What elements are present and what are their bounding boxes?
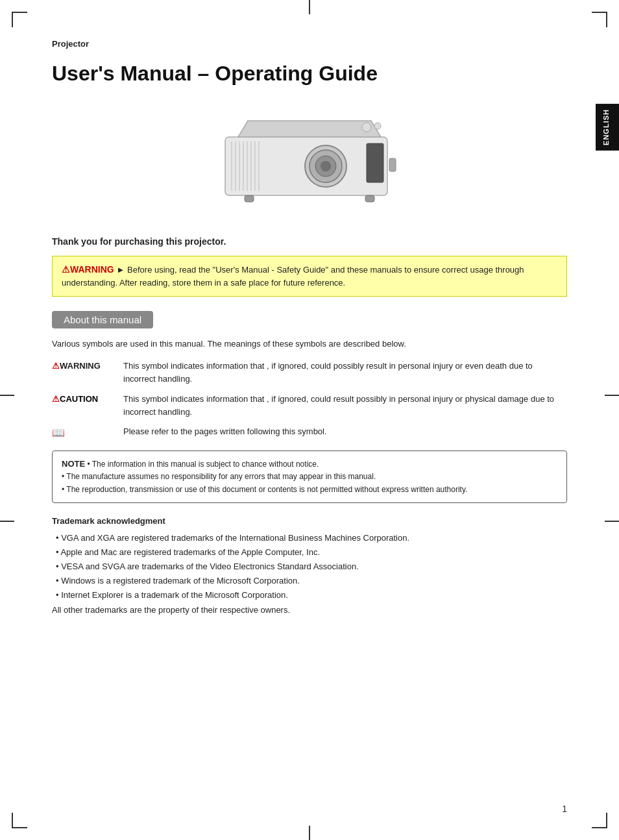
tick-right-lower bbox=[605, 521, 619, 522]
tick-left-lower bbox=[0, 521, 14, 522]
page: ENGLISH 1 Projector User's Manual – Oper… bbox=[0, 0, 619, 840]
intro-text: Various symbols are used in this manual.… bbox=[52, 338, 567, 351]
warning-sym-triangle-icon: ⚠ bbox=[52, 361, 60, 371]
svg-rect-18 bbox=[365, 195, 374, 202]
note-line-2: • The manufacture assumes no responsibil… bbox=[62, 472, 376, 481]
book-symbol-row: 📖 Please refer to the pages written foll… bbox=[52, 425, 567, 441]
trademark-section: Trademark acknowledgment • VGA and XGA a… bbox=[52, 516, 567, 615]
trademark-footer: All other trademarks are the property of… bbox=[52, 605, 567, 615]
svg-point-15 bbox=[362, 123, 371, 132]
warning-triangle-icon: ⚠ bbox=[62, 264, 70, 275]
projector-image bbox=[52, 101, 567, 218]
tick-right-mid bbox=[605, 395, 619, 396]
english-tab: ENGLISH bbox=[596, 104, 619, 151]
tick-left-mid bbox=[0, 395, 14, 396]
caution-symbol-desc: This symbol indicates information that ,… bbox=[123, 393, 567, 419]
note-line-1: • The information in this manual is subj… bbox=[87, 460, 319, 469]
svg-rect-19 bbox=[389, 158, 396, 171]
warning-symbol-desc: This symbol indicates information that ,… bbox=[123, 360, 567, 386]
warning-text: Before using, read the "User's Manual - … bbox=[62, 265, 524, 288]
book-symbol-text: Please refer to the pages written follow… bbox=[123, 425, 327, 438]
caution-symbol-row: ⚠CAUTION This symbol indicates informati… bbox=[52, 393, 567, 419]
thank-you-text: Thank you for purchasing this projector. bbox=[52, 236, 567, 247]
note-title: NOTE bbox=[62, 459, 85, 469]
svg-point-13 bbox=[321, 161, 331, 171]
doc-label: Projector bbox=[52, 39, 567, 49]
svg-point-16 bbox=[374, 123, 381, 129]
svg-marker-1 bbox=[238, 121, 381, 137]
tick-bottom bbox=[309, 826, 310, 840]
book-icon: 📖 bbox=[52, 425, 123, 441]
warning-box: ⚠WARNING ► Before using, read the "User'… bbox=[52, 256, 567, 297]
note-box: NOTE • The information in this manual is… bbox=[52, 451, 567, 503]
caution-sym-triangle-icon: ⚠ bbox=[52, 394, 60, 404]
corner-mark-bl bbox=[12, 813, 27, 828]
list-item: • Apple and Mac are registered trademark… bbox=[52, 545, 567, 560]
warning-title: ⚠WARNING bbox=[62, 264, 117, 275]
list-item: • Windows is a registered trademark of t… bbox=[52, 574, 567, 588]
caution-symbol-label: ⚠CAUTION bbox=[52, 393, 123, 406]
warning-symbol-row: ⚠WARNING This symbol indicates informati… bbox=[52, 360, 567, 386]
corner-mark-br bbox=[592, 813, 607, 828]
warning-arrow-icon: ► bbox=[117, 265, 125, 275]
projector-svg bbox=[199, 101, 420, 218]
corner-mark-tl bbox=[12, 12, 27, 27]
content-area: Projector User's Manual – Operating Guid… bbox=[52, 39, 567, 615]
corner-mark-tr bbox=[592, 12, 607, 27]
note-line-3: • The reproduction, transmission or use … bbox=[62, 485, 467, 494]
main-title: User's Manual – Operating Guide bbox=[52, 62, 567, 86]
list-item: • VESA and SVGA are trademarks of the Vi… bbox=[52, 560, 567, 574]
list-item: • VGA and XGA are registered trademarks … bbox=[52, 531, 567, 545]
section-header: About this manual bbox=[52, 311, 153, 328]
svg-rect-17 bbox=[245, 195, 254, 202]
trademark-title: Trademark acknowledgment bbox=[52, 516, 567, 526]
tick-top bbox=[309, 0, 310, 14]
svg-rect-14 bbox=[367, 143, 383, 182]
trademark-list: • VGA and XGA are registered trademarks … bbox=[52, 531, 567, 602]
warning-symbol-label: ⚠WARNING bbox=[52, 360, 123, 373]
page-number: 1 bbox=[562, 804, 567, 814]
list-item: • Internet Explorer is a trademark of th… bbox=[52, 588, 567, 602]
